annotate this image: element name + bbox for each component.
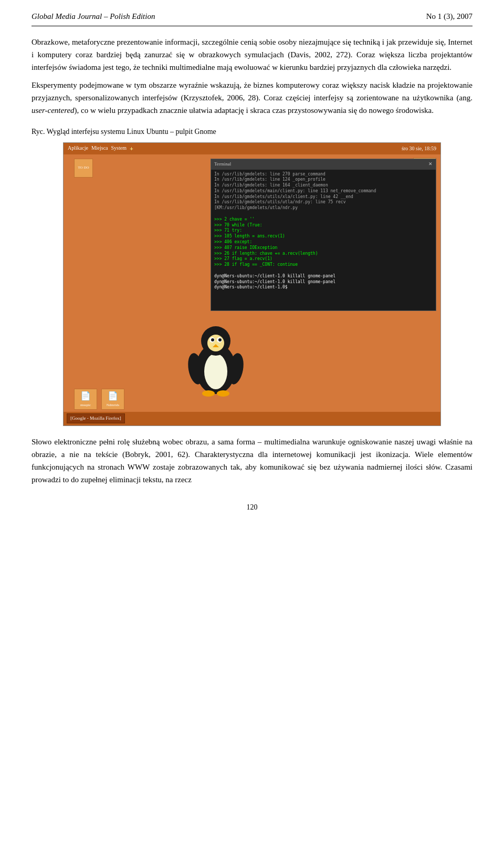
terminal-line-10: >>> 71 try: [214,228,433,234]
ubuntu-bottombar: [Google - Mozilla Firefox] [64,412,440,426]
terminal-line-blank2 [214,268,433,274]
menu-system[interactable]: System [111,144,127,153]
topbar-left: Aplikacje Miejsca System + [68,144,133,153]
terminal-line-13: >>> 407 raise IOException [214,245,433,251]
terminal-line-2: In /usr/lib/gmdelets: line 124 _open_pro… [214,177,433,183]
svg-point-7 [218,338,222,341]
bottom-icons: 📄 msupic 📄 Ndmrids [74,389,124,410]
paragraph-1: Obrazkowe, metaforyczne prezentowanie in… [32,36,472,74]
terminal-line-4: In /usr/lib/gmdelets/main/client.py: lin… [214,189,433,194]
terminal-line-7: [KM:/usr/lib/gmdelets/utla/ndr.py [214,205,433,211]
paragraph-3: Słowo elektroniczne pełni rolę służebną … [32,435,472,486]
svg-point-9 [202,390,215,397]
terminal-line-8: >>> 2 chave = '' [214,217,433,223]
ubuntu-topbar: Aplikacje Miejsca System + śro 30 sie, 1… [64,143,440,154]
terminal-line-11: >>> 105 length = ans.recv(1) [214,234,433,240]
svg-point-10 [217,390,229,397]
terminal-window: Terminal ✕ In /usr/lib/gmdelets: line 27… [211,159,436,311]
terminal-line-14: >>> 26 if length: chave += a.recv(length… [214,251,433,257]
terminal-titlebar: Terminal ✕ [211,159,436,170]
figure-container: Aplikacje Miejsca System + śro 30 sie, 1… [32,142,472,426]
figure-caption: Ryc. Wygląd interfejsu systemu Linux Ubu… [32,126,472,137]
terminal-line-9: >>> 70 while (True: [214,223,433,229]
todo-icon-box: TO DO [74,159,93,178]
terminal-title: Terminal [214,161,231,168]
todo-icon[interactable]: TO DO [70,159,97,179]
msupic-icon: 📄 [80,390,91,402]
terminal-line-15: >>> 27 flag = a.recv(1) [214,256,433,262]
terminal-body: In /usr/lib/gmdelets: line 270 parse_com… [211,170,436,293]
terminal-line-16: >>> 28 if flag == _CONT: continue [214,262,433,268]
terminal-line-5: In /usr/lib/gmdelets/utils/xla/client.py… [214,194,433,200]
add-applet-button[interactable]: + [130,144,133,153]
paragraph-2-text1: Eksperymenty podejmowane w tym obszarze … [32,81,472,102]
paragraph-2-text2: ), co w wielu przypadkach znacznie ułatw… [75,106,434,115]
svg-point-1 [204,354,227,389]
paragraph-2-italic: user-centered [32,106,75,115]
terminal-controls[interactable]: ✕ [428,161,433,168]
paragraph-3-text: Słowo elektroniczne pełni rolę służebną … [32,438,472,484]
svg-point-3 [207,335,224,351]
taskbar-firefox[interactable]: [Google - Mozilla Firefox] [67,413,125,424]
issue-number: No 1 (3), 2007 [426,11,472,23]
topbar-right: śro 30 sie, 18:59 [402,144,436,152]
tux-penguin-area [169,316,263,400]
desktop-icon-ndmrids[interactable]: 📄 Ndmrids [101,389,124,410]
ubuntu-screenshot: Aplikacje Miejsca System + śro 30 sie, 1… [63,142,441,426]
taskbar-firefox-label: [Google - Mozilla Firefox] [70,416,121,421]
desktop-icon-msupic[interactable]: 📄 msupic [74,389,97,410]
terminal-line-18: dyn@Ners-ubuntu:~/client-1.0 killall gno… [214,279,433,285]
terminal-line-1: In /usr/lib/gmdelets: line 270 parse_com… [214,172,433,178]
ndmrids-label: Ndmrids [107,402,120,408]
terminal-line-blank1 [214,211,433,217]
terminal-line-3: In /usr/lib/gmdelets: line 164 _client_d… [214,183,433,189]
tux-penguin-svg [184,319,247,398]
todo-label: TO DO [78,165,89,171]
terminal-line-17: dyn@Ners-ubuntu:~/client-1.0 killall gno… [214,274,433,279]
terminal-line-19: dyn@Ners-ubuntu:~/client-1.0$ [214,285,433,290]
msupic-label: msupic [80,402,91,408]
ndmrids-icon: 📄 [108,390,118,402]
menu-miejsca[interactable]: Miejsca [91,144,108,153]
svg-point-6 [211,338,214,341]
journal-title: Global Media Journal – Polish Edition [32,11,155,23]
page-number: 120 [32,502,472,513]
page-header: Global Media Journal – Polish Edition No… [32,11,472,26]
menu-aplikacje[interactable]: Aplikacje [68,144,88,153]
terminal-line-12: >>> 406 except: [214,240,433,245]
paragraph-2: Eksperymenty podejmowane w tym obszarze … [32,79,472,117]
terminal-line-6: In /usr/lib/gmdelets/utils/utla/ndr.py: … [214,200,433,205]
